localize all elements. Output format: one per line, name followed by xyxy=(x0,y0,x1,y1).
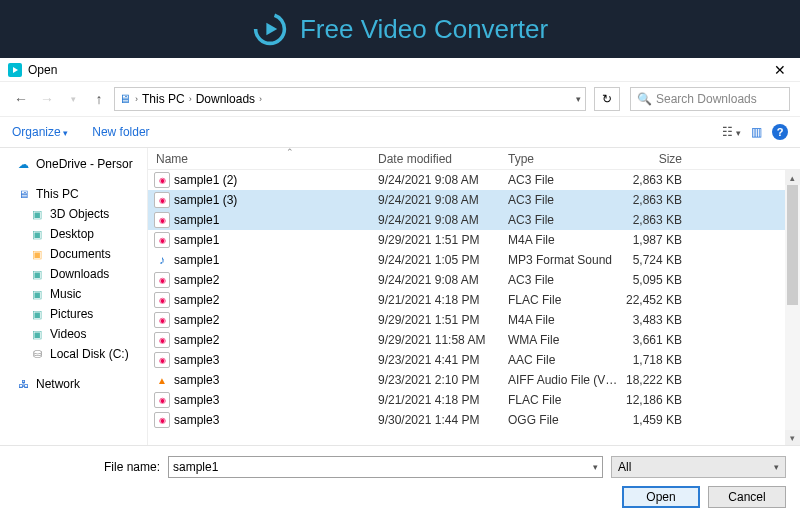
crumb-downloads[interactable]: Downloads xyxy=(196,92,255,106)
search-placeholder: Search Downloads xyxy=(656,92,757,106)
filename-input[interactable]: sample1 ▾ xyxy=(168,456,603,478)
address-bar[interactable]: 🖥 › This PC › Downloads › ▾ xyxy=(114,87,586,111)
help-icon[interactable]: ? xyxy=(772,124,788,140)
close-button[interactable]: ✕ xyxy=(768,62,792,78)
col-date[interactable]: Date modified xyxy=(378,152,508,166)
file-size: 3,483 KB xyxy=(618,313,698,327)
folder-icon: ▣ xyxy=(30,247,44,261)
column-headers: ⌃ Name Date modified Type Size xyxy=(148,148,800,170)
file-size: 18,222 KB xyxy=(618,373,698,387)
file-icon: ▲ xyxy=(154,372,170,388)
up-button[interactable]: ↑ xyxy=(88,88,110,110)
file-icon: ◉ xyxy=(154,392,170,408)
dialog-title: Open xyxy=(28,63,768,77)
sidebar-item-desktop[interactable]: ▣Desktop xyxy=(0,224,147,244)
file-row[interactable]: ◉sample19/24/2021 9:08 AMAC3 File2,863 K… xyxy=(148,210,800,230)
file-date: 9/21/2021 4:18 PM xyxy=(378,293,508,307)
organize-menu[interactable]: Organize xyxy=(12,125,68,139)
scroll-thumb[interactable] xyxy=(787,185,798,305)
file-name: sample3 xyxy=(174,353,378,367)
crumb-thispc[interactable]: This PC xyxy=(142,92,185,106)
folder-tree: ☁ OneDrive - Persor 🖥 This PC ▣3D Object… xyxy=(0,148,148,445)
filename-value: sample1 xyxy=(173,460,218,474)
file-type: M4A File xyxy=(508,233,618,247)
vertical-scrollbar[interactable]: ▴ ▾ xyxy=(785,170,800,445)
sidebar-item-documents[interactable]: ▣Documents xyxy=(0,244,147,264)
file-row[interactable]: ◉sample39/30/2021 1:44 PMOGG File1,459 K… xyxy=(148,410,800,430)
file-row[interactable]: ◉sample29/29/2021 1:51 PMM4A File3,483 K… xyxy=(148,310,800,330)
chevron-down-icon: ▾ xyxy=(774,462,779,472)
address-dropdown-icon[interactable]: ▾ xyxy=(576,94,581,104)
file-row[interactable]: ♪sample19/24/2021 1:05 PMMP3 Format Soun… xyxy=(148,250,800,270)
folder-icon: ▣ xyxy=(30,307,44,321)
search-icon: 🔍 xyxy=(637,92,652,106)
open-button[interactable]: Open xyxy=(622,486,700,508)
refresh-button[interactable]: ↻ xyxy=(594,87,620,111)
chevron-down-icon[interactable]: ▾ xyxy=(593,462,598,472)
file-type: AIFF Audio File (V… xyxy=(508,373,618,387)
file-row[interactable]: ◉sample39/21/2021 4:18 PMFLAC File12,186… xyxy=(148,390,800,410)
sidebar-item-videos[interactable]: ▣Videos xyxy=(0,324,147,344)
sidebar-item-downloads[interactable]: ▣Downloads xyxy=(0,264,147,284)
file-icon: ◉ xyxy=(154,352,170,368)
file-icon: ◉ xyxy=(154,332,170,348)
file-row[interactable]: ◉sample29/29/2021 11:58 AMWMA File3,661 … xyxy=(148,330,800,350)
file-row[interactable]: ◉sample39/23/2021 4:41 PMAAC File1,718 K… xyxy=(148,350,800,370)
svg-marker-1 xyxy=(266,23,277,36)
folder-icon: ⛁ xyxy=(30,347,44,361)
file-row[interactable]: ◉sample19/29/2021 1:51 PMM4A File1,987 K… xyxy=(148,230,800,250)
search-input[interactable]: 🔍 Search Downloads xyxy=(630,87,790,111)
file-date: 9/29/2021 11:58 AM xyxy=(378,333,508,347)
back-button[interactable]: ← xyxy=(10,88,32,110)
folder-icon: ▣ xyxy=(30,287,44,301)
cancel-button[interactable]: Cancel xyxy=(708,486,786,508)
file-type-filter[interactable]: All ▾ xyxy=(611,456,786,478)
file-icon: ◉ xyxy=(154,192,170,208)
file-type: AC3 File xyxy=(508,213,618,227)
file-name: sample1 xyxy=(174,253,378,267)
file-row[interactable]: ◉sample29/21/2021 4:18 PMFLAC File22,452… xyxy=(148,290,800,310)
scroll-down-icon[interactable]: ▾ xyxy=(785,430,800,445)
file-icon: ◉ xyxy=(154,232,170,248)
col-name[interactable]: Name xyxy=(148,152,378,166)
file-name: sample1 xyxy=(174,233,378,247)
view-options-icon[interactable]: ☷ ▾ xyxy=(722,125,741,139)
forward-button[interactable]: → xyxy=(36,88,58,110)
file-type: MP3 Format Sound xyxy=(508,253,618,267)
titlebar: Open ✕ xyxy=(0,58,800,82)
sidebar-item-thispc[interactable]: 🖥 This PC xyxy=(0,184,147,204)
sidebar-label: Music xyxy=(50,287,81,301)
file-row[interactable]: ◉sample1 (3)9/24/2021 9:08 AMAC3 File2,8… xyxy=(148,190,800,210)
folder-icon: ▣ xyxy=(30,267,44,281)
folder-icon: ▣ xyxy=(30,207,44,221)
preview-pane-icon[interactable]: ▥ xyxy=(751,125,762,139)
recent-dropdown[interactable]: ▾ xyxy=(62,88,84,110)
file-type: AAC File xyxy=(508,353,618,367)
new-folder-button[interactable]: New folder xyxy=(92,125,149,139)
app-banner: Free Video Converter xyxy=(0,0,800,58)
file-date: 9/29/2021 1:51 PM xyxy=(378,313,508,327)
chevron-right-icon: › xyxy=(259,94,262,104)
col-size[interactable]: Size xyxy=(618,152,698,166)
app-logo-icon xyxy=(252,11,288,47)
file-type: M4A File xyxy=(508,313,618,327)
sidebar-item-music[interactable]: ▣Music xyxy=(0,284,147,304)
toolbar: Organize New folder ☷ ▾ ▥ ? xyxy=(0,116,800,148)
file-row[interactable]: ◉sample1 (2)9/24/2021 9:08 AMAC3 File2,8… xyxy=(148,170,800,190)
col-type[interactable]: Type xyxy=(508,152,618,166)
file-row[interactable]: ▲sample39/23/2021 2:10 PMAIFF Audio File… xyxy=(148,370,800,390)
nav-toolbar: ← → ▾ ↑ 🖥 › This PC › Downloads › ▾ ↻ 🔍 … xyxy=(0,82,800,116)
sidebar-item-onedrive[interactable]: ☁ OneDrive - Persor xyxy=(0,154,147,174)
file-name: sample1 (3) xyxy=(174,193,378,207)
sidebar-item-network[interactable]: 🖧 Network xyxy=(0,374,147,394)
sidebar-item-local-disk-c-[interactable]: ⛁Local Disk (C:) xyxy=(0,344,147,364)
sidebar-item-3d-objects[interactable]: ▣3D Objects xyxy=(0,204,147,224)
sidebar-item-pictures[interactable]: ▣Pictures xyxy=(0,304,147,324)
sidebar-label: Pictures xyxy=(50,307,93,321)
file-size: 1,718 KB xyxy=(618,353,698,367)
file-icon: ◉ xyxy=(154,312,170,328)
file-name: sample2 xyxy=(174,273,378,287)
scroll-up-icon[interactable]: ▴ xyxy=(785,170,800,185)
file-date: 9/21/2021 4:18 PM xyxy=(378,393,508,407)
file-row[interactable]: ◉sample29/24/2021 9:08 AMAC3 File5,095 K… xyxy=(148,270,800,290)
